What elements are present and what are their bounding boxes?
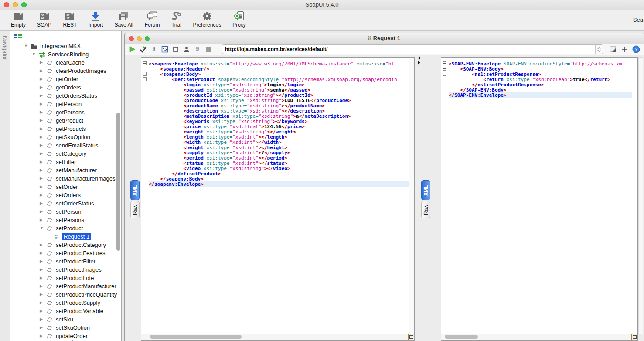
request-xml-code[interactable]: <soapenv:Envelope xmlns:xsi="http://www.… (149, 61, 409, 334)
tree-item-label[interactable]: getProduct (55, 117, 85, 124)
expand-arrow-icon[interactable]: ▶ (40, 325, 44, 330)
tree-item-label[interactable]: getSkuOption (55, 134, 92, 140)
tree-item-label[interactable]: setOrder (55, 184, 79, 190)
tree-item-setcategory[interactable]: ▶setCategory (10, 150, 121, 158)
tree-item-setproductfeatures[interactable]: ▶setProductFeatures (10, 249, 121, 257)
expand-arrow-icon[interactable]: ▶ (40, 68, 44, 73)
navigator-scrollbar-thumb[interactable] (116, 113, 120, 251)
tree-item-label[interactable]: setManufacturerImages (55, 175, 117, 182)
tree-item-label[interactable]: clearCache (55, 59, 86, 66)
tree-item-integracao-mkx[interactable]: ▼Integracao MKX (10, 42, 121, 50)
tree-item-label[interactable]: setProductFilter (55, 258, 97, 265)
expand-arrow-icon[interactable]: ▶ (40, 259, 44, 263)
expand-arrow-icon[interactable]: ▶ (40, 209, 44, 214)
response-popup-editor-icon[interactable] (631, 334, 637, 340)
tree-item-label[interactable]: setPersons (55, 217, 85, 223)
tree-item-label[interactable]: getProducts (55, 126, 87, 132)
tree-item-setskuoption[interactable]: ▶setSkuOption (10, 324, 121, 332)
tree-item-setproductvariable[interactable]: ▶setProductVariable (10, 307, 121, 315)
zoom-window-button[interactable] (21, 2, 27, 7)
expand-arrow-icon[interactable]: ▶ (40, 176, 44, 181)
tree-item-getskuoption[interactable]: ▶getSkuOption (10, 133, 121, 141)
tree-item-label[interactable]: getPerson (55, 101, 83, 107)
tree-item-setorders[interactable]: ▶setOrders (10, 191, 121, 199)
endpoint-dropdown-stepper[interactable] (595, 45, 603, 54)
tree-item-label[interactable]: getOrdersStatus (55, 92, 99, 99)
tree-item-setproductlote[interactable]: ▶setProductLote (10, 274, 121, 282)
request-minimize-button[interactable] (137, 36, 142, 41)
navigator-options-icon[interactable] (14, 34, 22, 39)
tab-raw[interactable]: Raw (421, 201, 430, 218)
tree-item-updateorder[interactable]: ▶updateOrder (10, 332, 121, 340)
expand-arrow-icon[interactable]: ▶ (40, 85, 44, 89)
tree-item-label[interactable]: setManufacturer (55, 167, 98, 174)
tree-item-setproduct[interactable]: ▼setProduct (10, 224, 121, 232)
expand-arrow-icon[interactable]: ▶ (40, 292, 44, 297)
request-zoom-button[interactable] (145, 36, 150, 41)
fold-collapse-icon[interactable] (443, 72, 446, 76)
tree-item-getpersons[interactable]: ▶getPersons (10, 108, 121, 116)
expand-arrow-icon[interactable]: ▶ (40, 77, 44, 81)
rest-doc-button[interactable]: * RE STREST (57, 10, 82, 28)
tree-item-label[interactable]: clearProductImages (55, 68, 108, 74)
response-hscroll-thumb[interactable] (445, 335, 478, 339)
tree-item-getorders[interactable]: ▶getOrders (10, 83, 121, 92)
tree-item-setmanufacturer[interactable]: ▶setManufacturer (10, 166, 121, 174)
tree-item-request-1[interactable]: SOAPRequest 1 (10, 232, 121, 241)
collapse-arrow-icon[interactable]: ▼ (40, 226, 44, 230)
response-xml-code[interactable]: <SOAP-ENV:Envelope SOAP-ENV:encodingStyl… (449, 61, 632, 334)
tree-item-setproductimages[interactable]: ▶setProductImages (10, 266, 121, 274)
expand-arrow-icon[interactable]: ▶ (40, 160, 44, 164)
expand-arrow-icon[interactable]: ▶ (40, 118, 44, 123)
expand-arrow-icon[interactable]: ▶ (40, 135, 44, 139)
expand-arrow-icon[interactable]: ▶ (40, 151, 44, 156)
tree-item-sendemailstatus[interactable]: ▶sendEmailStatus (10, 141, 121, 150)
expand-arrow-icon[interactable]: ▶ (40, 93, 44, 98)
request-xml-editor[interactable]: <soapenv:Envelope xmlns:xsi="http://www.… (141, 57, 415, 341)
tree-item-label[interactable]: setProductVariable (55, 308, 105, 314)
expand-arrow-icon[interactable]: ▶ (40, 317, 44, 321)
expand-arrow-icon[interactable]: ▶ (40, 284, 44, 288)
request-vertical-scrollbar[interactable] (409, 58, 414, 334)
tree-item-setperson[interactable]: ▶setPerson (10, 208, 121, 216)
tree-item-label[interactable]: ServicesBinding (47, 51, 90, 58)
help-icon[interactable]: ? (632, 45, 640, 53)
fold-collapse-icon[interactable] (143, 72, 147, 76)
soap-doc-button[interactable]: * SO APSOAP (31, 10, 57, 28)
tree-item-label[interactable]: getOrder (55, 76, 79, 82)
expand-arrow-icon[interactable]: ▶ (40, 143, 44, 147)
tree-item-label[interactable]: setProductManufacturer (55, 283, 118, 290)
tab-xml[interactable]: XML (130, 180, 140, 200)
collapse-arrow-icon[interactable]: ▼ (32, 52, 36, 56)
tree-item-getproducts[interactable]: ▶getProducts (10, 125, 121, 133)
tree-item-setproductfilter[interactable]: ▶setProductFilter (10, 257, 121, 266)
panel-splitter[interactable] (418, 56, 420, 65)
expand-arrow-icon[interactable]: ▶ (40, 242, 44, 247)
tree-item-label[interactable]: getOrders (55, 84, 82, 91)
proxy-doc-button[interactable]: Proxy (227, 10, 252, 28)
tree-item-label[interactable]: Request 1 (62, 233, 91, 240)
tree-item-setproductpricequantity[interactable]: ▶setProductPriceQuantity (10, 290, 121, 299)
tree-item-setorderstatus[interactable]: ▶setOrderStatus (10, 199, 121, 208)
preferences-gear-button[interactable]: Preferences (187, 10, 227, 28)
expand-arrow-icon[interactable]: ▶ (40, 267, 44, 272)
tree-item-label[interactable]: setProductImages (55, 266, 103, 273)
fold-collapse-icon[interactable] (143, 77, 147, 81)
tree-item-label[interactable]: updateOrder (55, 333, 89, 339)
tree-item-label[interactable]: setSku (55, 316, 75, 323)
tree-item-setfilter[interactable]: ▶setFilter (10, 158, 121, 166)
tree-item-label[interactable]: getPersons (55, 109, 86, 116)
tab-raw[interactable]: Raw (130, 201, 140, 218)
tree-item-label[interactable]: setCategory (55, 150, 88, 157)
fold-collapse-icon[interactable] (443, 61, 446, 65)
expand-arrow-icon[interactable]: ▶ (40, 251, 44, 255)
auth-person-icon[interactable] (183, 45, 191, 53)
empty-doc-button[interactable]: * Empty (5, 10, 31, 28)
tree-item-label[interactable]: setFilter (55, 159, 77, 165)
tree-item-label[interactable]: setProductCategory (55, 242, 107, 248)
tree-item-setorder[interactable]: ▶setOrder (10, 183, 121, 191)
response-vertical-scrollbar[interactable] (638, 57, 643, 334)
add-tab-icon[interactable] (620, 45, 628, 53)
navigator-tab-label[interactable]: Navigator (2, 36, 8, 60)
endpoint-url-input[interactable] (222, 45, 595, 53)
